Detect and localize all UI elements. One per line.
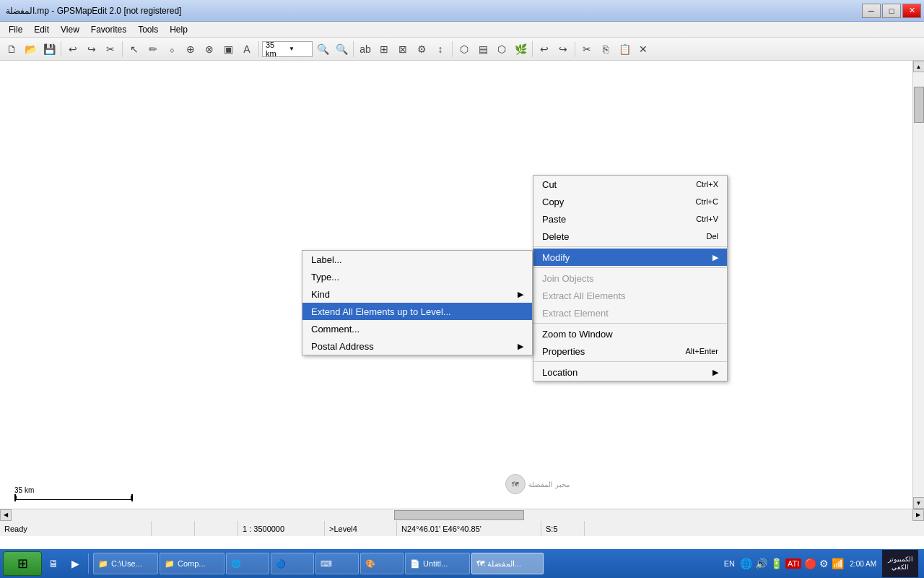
- tb-btn18[interactable]: 🌿: [512, 40, 529, 58]
- menu-tools[interactable]: Tools: [132, 23, 164, 36]
- tb-btn13[interactable]: ⚙: [413, 40, 430, 58]
- menu-edit[interactable]: Edit: [28, 23, 55, 36]
- tray-volume[interactable]: 🔊: [755, 558, 767, 569]
- menu-file[interactable]: File: [3, 23, 28, 36]
- dropdown-arrow: ▼: [289, 46, 309, 52]
- tray-extra3[interactable]: 📶: [832, 558, 844, 569]
- task-folder2[interactable]: 📁 Comp...: [160, 553, 225, 574]
- task-ie[interactable]: 🌐: [226, 553, 269, 574]
- menu-help[interactable]: Help: [164, 23, 193, 36]
- cm-right-paste[interactable]: Paste Ctrl+V: [533, 210, 727, 228]
- draw-button[interactable]: ✏: [144, 40, 162, 58]
- cm-right-location-arrow: ▶: [712, 368, 718, 377]
- status-s: S:5: [541, 521, 585, 536]
- menu-view[interactable]: View: [55, 23, 85, 36]
- scroll-right-button[interactable]: ▶: [912, 509, 924, 521]
- scroll-down-button[interactable]: ▼: [913, 497, 925, 509]
- scroll-thumb-right[interactable]: [914, 87, 924, 123]
- task-gpsmap-label: المفضلة...: [487, 559, 521, 569]
- tray-extra1[interactable]: 🔴: [804, 558, 816, 569]
- tb-btn9[interactable]: A: [238, 40, 256, 58]
- tb-btn3[interactable]: ✂: [102, 40, 119, 58]
- task-untitled[interactable]: 📄 Untitl...: [405, 553, 470, 574]
- tb-btn10[interactable]: ab: [357, 40, 374, 58]
- quicklaunch-showdesktop[interactable]: 🖥: [43, 553, 64, 574]
- scroll-thumb-bottom[interactable]: [394, 510, 524, 520]
- start-button[interactable]: ⊞: [3, 551, 42, 576]
- task-paint[interactable]: 🎨: [360, 553, 404, 574]
- cm-left-label[interactable]: Label...: [302, 251, 532, 268]
- cm-right-properties[interactable]: Properties Alt+Enter: [533, 342, 727, 360]
- tray-en[interactable]: EN: [722, 559, 737, 568]
- scroll-track-right: [913, 72, 925, 497]
- main-container: 35 km 🗺 مخبر المفضلة Label... Type... Ki…: [0, 61, 924, 509]
- tray-battery[interactable]: 🔋: [770, 558, 783, 569]
- minimize-button[interactable]: ─: [862, 4, 881, 18]
- bottom-scrollbar[interactable]: ◀ ▶: [0, 509, 924, 520]
- undo-button[interactable]: ↩: [64, 40, 82, 58]
- save-button[interactable]: 💾: [40, 40, 58, 58]
- task-folder1[interactable]: 📁 C:\Use...: [93, 553, 158, 574]
- cm-right-copy[interactable]: Copy Ctrl+C: [533, 193, 727, 210]
- tb-btn17[interactable]: ⬡: [493, 40, 510, 58]
- cm-left-kind[interactable]: Kind ▶: [302, 285, 532, 303]
- select-button[interactable]: ↖: [126, 40, 143, 58]
- tb-btn14[interactable]: ↕: [432, 40, 449, 58]
- tb-btn7[interactable]: ⊗: [201, 40, 218, 58]
- tray-extra2[interactable]: ⚙: [819, 558, 829, 569]
- right-scrollbar[interactable]: ▲ ▼: [912, 61, 924, 509]
- cm-right-modify[interactable]: Modify ▶: [533, 249, 727, 266]
- cm-right-sep2: [533, 267, 727, 268]
- cm-left-postal[interactable]: Postal Address ▶: [302, 337, 532, 355]
- zoom-dropdown[interactable]: 35 km ▼: [262, 41, 313, 57]
- cut2-button[interactable]: ✂: [578, 40, 596, 58]
- scroll-up-button[interactable]: ▲: [913, 61, 925, 72]
- task-keyboard-icon: ⌨: [321, 559, 332, 569]
- tray-ati[interactable]: ATI: [785, 558, 801, 569]
- task-gpsmap[interactable]: 🗺 المفضلة...: [471, 553, 544, 574]
- cm-left-type[interactable]: Type...: [302, 268, 532, 285]
- tb-btn11[interactable]: ⊞: [375, 40, 393, 58]
- zoom-out-button[interactable]: 🔍: [333, 40, 350, 58]
- maximize-button[interactable]: □: [882, 4, 901, 18]
- watermark-logo: 🗺: [505, 474, 526, 494]
- cm-right-join-text: Join Objects: [542, 273, 594, 284]
- zoom-in-button[interactable]: 🔍: [314, 40, 331, 58]
- cm-left-comment[interactable]: Comment...: [302, 320, 532, 337]
- cm-left-postal-text: Postal Address: [311, 341, 374, 352]
- scroll-left-button[interactable]: ◀: [0, 509, 12, 521]
- tb-btn15[interactable]: ⬡: [456, 40, 473, 58]
- cm-right-zoom-text: Zoom to Window: [542, 329, 613, 340]
- cm-right-cut[interactable]: Cut Ctrl+X: [533, 176, 727, 193]
- tb-btn16[interactable]: ▤: [474, 40, 492, 58]
- cm-right-location[interactable]: Location ▶: [533, 363, 727, 381]
- redo2-button[interactable]: ↪: [554, 40, 572, 58]
- undo2-button[interactable]: ↩: [536, 40, 553, 58]
- tb-btn8[interactable]: ▣: [219, 40, 237, 58]
- context-menu-right: Cut Ctrl+X Copy Ctrl+C Paste Ctrl+V Dele…: [533, 175, 728, 381]
- cm-left-extend[interactable]: Extend All Elements up to Level...: [302, 303, 532, 320]
- tb-btn6[interactable]: ⊕: [182, 40, 199, 58]
- copy2-button[interactable]: ⎘: [597, 40, 614, 58]
- paste2-button[interactable]: 📋: [616, 40, 633, 58]
- cm-right-zoom[interactable]: Zoom to Window: [533, 325, 727, 342]
- tb-btn12[interactable]: ⊠: [394, 40, 411, 58]
- node-button[interactable]: ⬦: [163, 40, 180, 58]
- cm-right-cut-text: Cut: [542, 179, 557, 190]
- new-button[interactable]: 🗋: [3, 40, 20, 58]
- cm-right-modify-arrow: ▶: [712, 253, 718, 262]
- open-button[interactable]: 📂: [22, 40, 39, 58]
- quicklaunch-media[interactable]: ▶: [65, 553, 85, 574]
- scale-bar: 35 km: [14, 486, 133, 501]
- task-folder1-icon: 📁: [98, 559, 108, 569]
- canvas-area[interactable]: 35 km 🗺 مخبر المفضلة Label... Type... Ki…: [0, 61, 912, 509]
- cm-right-cut-shortcut: Ctrl+X: [696, 180, 718, 189]
- menu-favorites[interactable]: Favorites: [85, 23, 132, 36]
- delete-button[interactable]: ✕: [635, 40, 652, 58]
- cm-right-delete[interactable]: Delete Del: [533, 228, 727, 245]
- tray-network[interactable]: 🌐: [740, 558, 752, 569]
- task-keyboard[interactable]: ⌨: [315, 553, 359, 574]
- task-chrome[interactable]: 🔵: [271, 553, 314, 574]
- close-button[interactable]: ✕: [902, 4, 921, 18]
- redo-button[interactable]: ↪: [83, 40, 100, 58]
